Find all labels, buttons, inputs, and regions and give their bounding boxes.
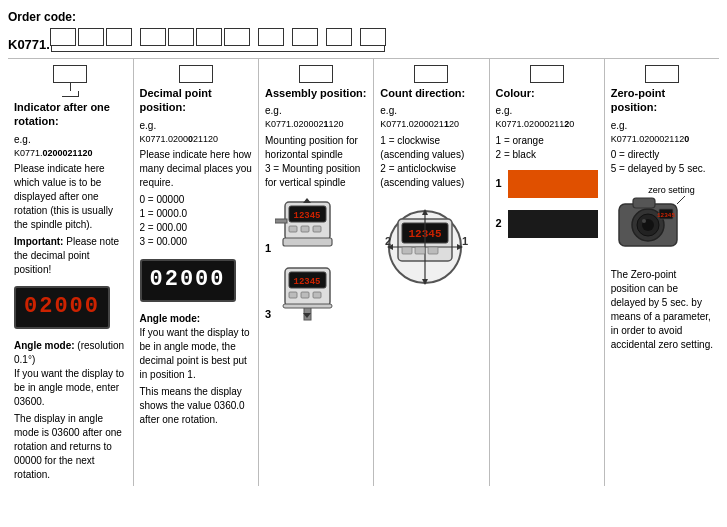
decimal-header: Decimal point position: — [140, 86, 253, 115]
code-box-2 — [78, 28, 104, 46]
code-box-10 — [326, 28, 352, 46]
swatch-row-orange: 1 — [496, 166, 598, 202]
decimal-value-item: 2 = 000.00 — [140, 221, 253, 235]
col-indicator: Indicator after one rotation: e.g. K0771… — [8, 59, 134, 486]
order-code-prefix: K0771. — [8, 37, 50, 52]
zero-header: Zero-point position: — [611, 86, 713, 115]
svg-rect-13 — [289, 292, 297, 298]
svg-rect-7 — [283, 238, 332, 246]
count-content: e.g. K0771.0200021120 1 = clockwise (asc… — [380, 104, 482, 482]
svg-rect-3 — [275, 219, 287, 223]
svg-rect-34 — [428, 247, 438, 254]
svg-rect-40 — [633, 198, 655, 208]
zero-top-box — [645, 65, 679, 83]
orange-swatch — [508, 170, 598, 198]
svg-rect-5 — [301, 226, 309, 232]
svg-point-39 — [642, 219, 646, 223]
swatch-label-1: 1 — [496, 176, 502, 191]
svg-line-43 — [677, 196, 685, 204]
colour-content: e.g. K0771.0200021120 1 = orange2 = blac… — [496, 104, 598, 482]
col-decimal: Decimal point position: e.g. K0771.02000… — [134, 59, 260, 486]
svg-rect-14 — [301, 292, 309, 298]
swatch-label-2: 2 — [496, 216, 502, 231]
svg-text:1: 1 — [462, 235, 468, 247]
decimal-value-item: 1 = 0000.0 — [140, 207, 253, 221]
code-box-11 — [360, 28, 386, 46]
colour-top-box — [530, 65, 564, 83]
page: Order code: K0771. — [0, 0, 727, 494]
col-count: Count direction: e.g. K0771.0200021120 1… — [374, 59, 489, 486]
colour-header: Colour: — [496, 86, 598, 100]
svg-marker-8 — [303, 198, 311, 203]
zero-setting-label: zero setting — [648, 184, 695, 197]
col-zero: Zero-point position: e.g. K0771.02000211… — [605, 59, 719, 486]
zero-footer: The Zero-point position can be delayed b… — [611, 268, 713, 352]
code-box-5 — [168, 28, 194, 46]
col-colour: Colour: e.g. K0771.0200021120 1 = orange… — [490, 59, 605, 486]
svg-rect-6 — [313, 226, 321, 232]
count-header: Count direction: — [380, 86, 482, 100]
indicator-top-box — [53, 65, 87, 83]
decimal-value-item: 3 = 00.000 — [140, 235, 253, 249]
vertical-spindle-icon: 12345 — [275, 260, 340, 322]
decimal-top-box — [179, 65, 213, 83]
assembly-top-box — [299, 65, 333, 83]
code-box-8 — [258, 28, 284, 46]
col-assembly: Assembly position: e.g. K0771.0200021120… — [259, 59, 374, 486]
svg-rect-15 — [313, 292, 321, 298]
order-code-label: Order code: — [8, 10, 719, 24]
code-box-1 — [50, 28, 76, 46]
assembly-label-3: 3 — [265, 307, 271, 322]
svg-rect-33 — [415, 247, 425, 254]
decimal-value-item: 0 = 00000 — [140, 193, 253, 207]
indicator-content: e.g. K0771.0200021120 Please indicate he… — [14, 133, 127, 482]
assembly-header: Assembly position: — [265, 86, 367, 100]
count-direction-icon: 12345 1 2 — [380, 197, 470, 287]
swatch-row-black: 2 — [496, 206, 598, 242]
svg-text:12345: 12345 — [294, 211, 321, 221]
svg-rect-4 — [289, 226, 297, 232]
svg-rect-16 — [283, 304, 332, 308]
columns-container: Indicator after one rotation: e.g. K0771… — [8, 58, 719, 486]
horizontal-spindle-icon: 12345 — [275, 194, 340, 256]
code-box-9 — [292, 28, 318, 46]
code-box-6 — [196, 28, 222, 46]
indicator-display: 02000 — [14, 286, 110, 329]
assembly-content: e.g. K0771.0200021120 Mounting position … — [265, 104, 367, 482]
svg-text:12345: 12345 — [657, 212, 675, 219]
zero-content: e.g. K0771.0200021120 0 = directly5 = de… — [611, 119, 713, 482]
svg-rect-32 — [402, 247, 412, 254]
count-top-box — [414, 65, 448, 83]
code-box-7 — [224, 28, 250, 46]
assembly-label-1: 1 — [265, 241, 271, 256]
black-swatch — [508, 210, 598, 238]
decimal-display: 02000 — [140, 259, 236, 302]
code-box-4 — [140, 28, 166, 46]
code-box-3 — [106, 28, 132, 46]
svg-text:2: 2 — [385, 235, 391, 247]
decimal-content: e.g. K0771.0200021120 Please indicate he… — [140, 119, 253, 482]
indicator-header: Indicator after one rotation: — [14, 100, 127, 129]
svg-text:12345: 12345 — [294, 277, 321, 287]
